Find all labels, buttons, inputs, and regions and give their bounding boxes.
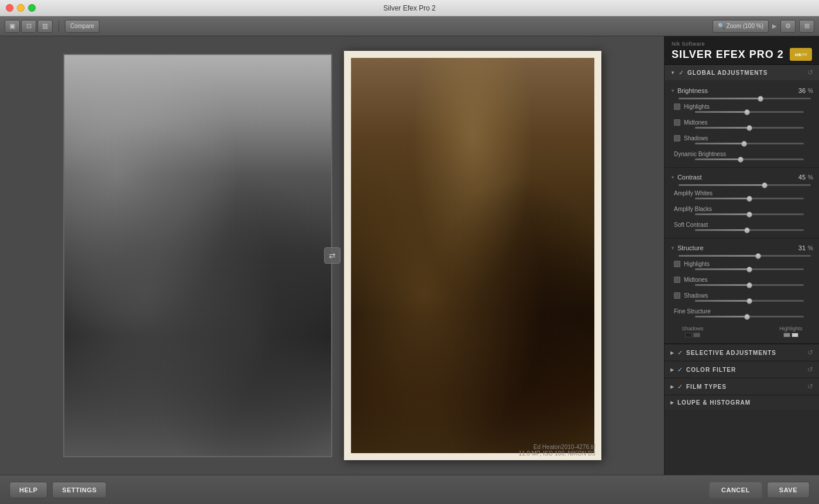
structure-highlights-label-row: Highlights xyxy=(674,261,812,267)
fine-structure-slider[interactable] xyxy=(695,316,804,317)
maximize-button[interactable] xyxy=(28,4,36,12)
swap-images-button[interactable]: ⇄ xyxy=(324,247,340,264)
color-filter-title: COLOR FILTER xyxy=(686,367,804,373)
global-adjustments-header[interactable]: ▼ ✓ GLOBAL ADJUSTMENTS ↺ xyxy=(665,65,819,80)
settings-icon-button[interactable]: ⚙ xyxy=(780,20,796,33)
save-button[interactable]: SAVE xyxy=(767,482,810,498)
nik-logo-suffix: SW xyxy=(801,53,807,56)
structure-shadows-slider-container xyxy=(674,300,812,302)
brightness-midtones-thumb[interactable] xyxy=(746,125,752,131)
amplify-whites-thumb[interactable] xyxy=(746,196,752,202)
soft-contrast-row: Soft Contrast xyxy=(665,220,819,236)
split-view-button[interactable]: ⊡ xyxy=(21,20,36,33)
contrast-slider-thumb[interactable] xyxy=(762,182,768,188)
brightness-label: Brightness xyxy=(677,87,796,94)
structure-slider-thumb[interactable] xyxy=(755,253,761,259)
dual-view-button[interactable]: ▥ xyxy=(37,20,53,33)
film-types-header[interactable]: ▶ ✓ FILM TYPES ↺ xyxy=(665,378,819,395)
global-adjustments-body: ▼ Brightness 36 % xyxy=(665,80,819,343)
structure-shadows-slider[interactable] xyxy=(695,300,804,302)
soft-contrast-slider[interactable] xyxy=(695,229,804,231)
amplify-whites-label-row: Amplify Whites xyxy=(674,190,812,196)
brightness-slider[interactable] xyxy=(679,98,811,99)
grid-icon-button[interactable]: ⊞ xyxy=(799,20,814,33)
structure-highlights-row: Highlights xyxy=(665,259,819,275)
color-filter-reset-icon[interactable]: ↺ xyxy=(807,365,813,374)
structure-highlights-checkbox[interactable] xyxy=(674,261,680,267)
brightness-shadows-checkbox[interactable] xyxy=(674,135,680,141)
original-image-panel xyxy=(63,54,332,457)
brightness-shadows-slider[interactable] xyxy=(695,143,804,144)
minimize-button[interactable] xyxy=(17,4,25,12)
brightness-header[interactable]: ▼ Brightness 36 % xyxy=(665,84,819,98)
edited-image-panel: Ed Heaton2010-4276.tif 11.0 MP, ISO 100,… xyxy=(344,51,601,460)
amplify-blacks-label: Amplify Blacks xyxy=(674,206,712,212)
brightness-highlights-row: Highlights xyxy=(665,102,819,118)
loupe-histogram-header[interactable]: ▶ LOUPE & HISTOGRAM xyxy=(665,395,819,410)
structure-midtones-slider[interactable] xyxy=(695,284,804,286)
nik-title-light: SILVER EFEX PRO xyxy=(672,49,777,60)
dynamic-brightness-row: Dynamic Brightness xyxy=(665,149,819,165)
soft-contrast-text: Soft Contrast xyxy=(674,222,708,228)
contrast-value: 45 xyxy=(799,174,806,181)
brightness-shadows-thumb[interactable] xyxy=(741,141,747,147)
brightness-highlights-checkbox[interactable] xyxy=(674,103,680,110)
global-reset-icon[interactable]: ↺ xyxy=(807,68,813,77)
toolbar-separator-1 xyxy=(58,20,59,32)
zoom-button[interactable]: 🔍 Zoom (100 %) xyxy=(713,20,769,33)
amplify-whites-row: Amplify Whites xyxy=(665,188,819,204)
dynamic-brightness-thumb[interactable] xyxy=(738,157,744,163)
contrast-label: Contrast xyxy=(677,174,796,181)
structure-shadows-checkbox[interactable] xyxy=(674,292,680,299)
structure-highlights-label: Highlights xyxy=(674,261,710,267)
amplify-blacks-slider-container xyxy=(674,213,812,215)
loupe-histogram-title: LOUPE & HISTOGRAM xyxy=(677,399,813,406)
fine-structure-thumb[interactable] xyxy=(744,314,750,320)
brightness-value: 36 xyxy=(799,87,806,94)
view-mode-group: ▣ ⊡ ▥ xyxy=(5,20,53,33)
structure-highlights-text: Highlights xyxy=(684,261,710,267)
structure-midtones-thumb[interactable] xyxy=(746,282,752,288)
cancel-button[interactable]: CANCEL xyxy=(709,482,762,498)
brightness-slider-fill xyxy=(679,98,760,99)
structure-highlights-slider[interactable] xyxy=(695,268,804,270)
brightness-shadows-label: Shadows xyxy=(674,135,708,141)
structure-shadows-thumb[interactable] xyxy=(746,298,752,304)
help-button[interactable]: HELP xyxy=(9,482,47,498)
brightness-midtones-checkbox[interactable] xyxy=(674,119,680,126)
structure-highlights-thumb[interactable] xyxy=(746,267,752,272)
amplify-blacks-thumb[interactable] xyxy=(746,212,752,218)
amplify-blacks-slider[interactable] xyxy=(695,213,804,215)
color-filter-header[interactable]: ▶ ✓ COLOR FILTER ↺ xyxy=(665,361,819,378)
brightness-midtones-slider[interactable] xyxy=(695,127,804,129)
amplify-whites-slider[interactable] xyxy=(695,198,804,199)
brightness-slider-thumb[interactable] xyxy=(758,96,763,102)
structure-midtones-checkbox[interactable] xyxy=(674,277,680,283)
brightness-highlights-slider[interactable] xyxy=(695,111,804,113)
fine-structure-row: Fine Structure xyxy=(665,306,819,322)
brightness-unit: % xyxy=(808,88,813,94)
structure-header[interactable]: ▼ Structure 31 % xyxy=(665,241,819,255)
dynamic-brightness-slider[interactable] xyxy=(695,158,804,160)
edited-image xyxy=(344,51,601,460)
structure-slider[interactable] xyxy=(679,255,811,257)
window-controls[interactable] xyxy=(6,4,36,12)
close-button[interactable] xyxy=(6,4,13,12)
single-view-button[interactable]: ▣ xyxy=(5,20,20,33)
amplify-whites-slider-container xyxy=(674,198,812,199)
soft-contrast-thumb[interactable] xyxy=(744,227,750,233)
brightness-highlights-text: Highlights xyxy=(684,103,710,110)
compare-button[interactable]: Compare xyxy=(65,20,99,33)
selective-reset-icon[interactable]: ↺ xyxy=(807,348,813,357)
brightness-midtones-label-row: Midtones xyxy=(674,119,812,126)
image-meta: 11.0 MP, ISO 100, NIKON D3 xyxy=(519,450,596,457)
brightness-shadows-fill xyxy=(695,143,744,144)
contrast-header[interactable]: ▼ Contrast 45 % xyxy=(665,170,819,184)
film-types-reset-icon[interactable]: ↺ xyxy=(807,382,813,391)
global-check-icon: ✓ xyxy=(679,69,684,77)
contrast-slider[interactable] xyxy=(679,184,811,186)
settings-button[interactable]: SETTINGS xyxy=(52,482,106,498)
bottom-bar: HELP SETTINGS CANCEL SAVE xyxy=(0,475,819,504)
brightness-highlights-thumb[interactable] xyxy=(744,109,750,115)
selective-adjustments-header[interactable]: ▶ ✓ SELECTIVE ADJUSTMENTS ↺ xyxy=(665,344,819,361)
